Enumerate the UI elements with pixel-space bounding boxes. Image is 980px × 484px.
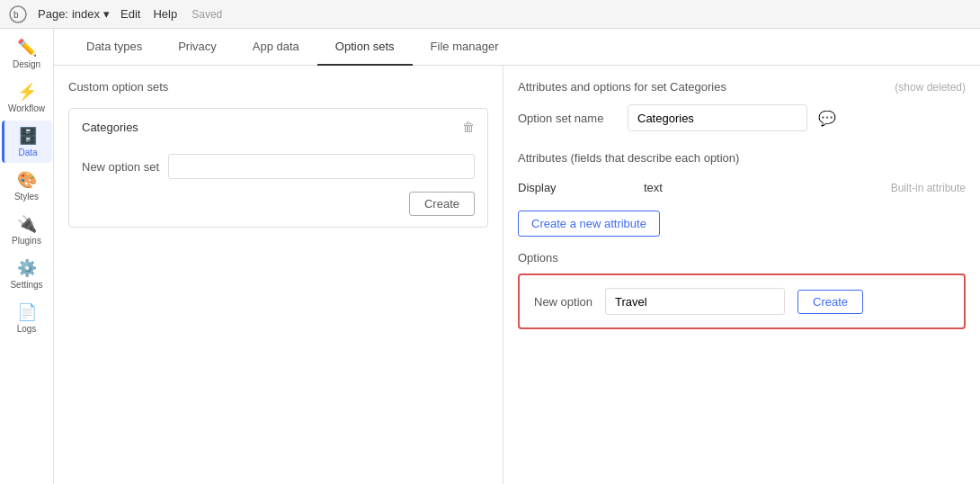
show-deleted-link[interactable]: (show deleted) — [895, 81, 966, 94]
sidebar-item-data[interactable]: 🗄️ Data — [2, 121, 52, 163]
sidebar-label-plugins: Plugins — [12, 236, 41, 246]
workflow-icon: ⚡ — [17, 82, 37, 102]
saved-status: Saved — [192, 8, 222, 21]
dropdown-arrow-icon[interactable]: ▾ — [103, 7, 110, 21]
new-option-label: New option — [534, 295, 592, 309]
attribute-display-type: text — [644, 181, 663, 194]
right-panel-title: Attributes and options for set Categorie… — [518, 80, 726, 94]
create-new-attribute-button[interactable]: Create a new attribute — [518, 211, 660, 237]
create-option-set-button[interactable]: Create — [409, 192, 475, 216]
menu-edit[interactable]: Edit — [120, 7, 140, 21]
sidebar-item-plugins[interactable]: 🔌 Plugins — [2, 209, 52, 251]
attribute-display-name: Display — [518, 181, 626, 194]
design-icon: ✏️ — [17, 38, 37, 58]
sidebar-item-styles[interactable]: 🎨 Styles — [2, 165, 52, 207]
sidebar-label-logs: Logs — [17, 324, 37, 334]
styles-icon: 🎨 — [17, 170, 37, 190]
content-area: Data types Privacy App data Option sets … — [54, 29, 980, 484]
option-set-name-row: Option set name 💬 — [518, 104, 966, 131]
new-option-set-label: New option set — [82, 160, 159, 174]
new-option-box: New option Create — [518, 273, 966, 329]
tab-data-types[interactable]: Data types — [68, 29, 160, 66]
sidebar-item-design[interactable]: ✏️ Design — [2, 32, 52, 75]
trash-icon[interactable]: 🗑 — [462, 120, 475, 134]
main-layout: ✏️ Design ⚡ Workflow 🗄️ Data 🎨 Styles 🔌 … — [0, 29, 980, 484]
tab-app-data[interactable]: App data — [235, 29, 317, 66]
tab-bar: Data types Privacy App data Option sets … — [54, 29, 980, 66]
tab-option-sets[interactable]: Option sets — [317, 29, 413, 66]
new-option-set-row: New option set — [82, 148, 475, 184]
content-body: Custom option sets Categories 🗑 New opti… — [54, 66, 980, 484]
plugins-icon: 🔌 — [17, 214, 37, 234]
left-panel: Custom option sets Categories 🗑 New opti… — [54, 66, 503, 484]
new-option-set-input[interactable] — [168, 154, 475, 179]
top-bar: b Page: index ▾ Edit Help Saved — [0, 0, 980, 29]
top-menu: Edit Help — [120, 7, 177, 21]
sidebar-item-workflow[interactable]: ⚡ Workflow — [2, 76, 52, 119]
sidebar-label-styles: Styles — [14, 192, 39, 202]
options-section: Options New option Create — [518, 251, 966, 329]
option-set-name-input[interactable] — [628, 104, 807, 131]
menu-help[interactable]: Help — [153, 7, 177, 21]
custom-option-sets-title: Custom option sets — [68, 80, 488, 94]
logs-icon: 📄 — [17, 302, 37, 322]
data-icon: 🗄️ — [18, 126, 38, 146]
app-logo: b — [9, 5, 27, 23]
sidebar-label-workflow: Workflow — [8, 103, 45, 113]
create-option-button[interactable]: Create — [797, 290, 863, 314]
page-value: index — [72, 7, 100, 21]
attribute-row: Display text Built-in attribute — [518, 175, 966, 200]
right-panel-header: Attributes and options for set Categorie… — [518, 80, 966, 94]
attributes-section-label: Attributes (fields that describe each op… — [518, 151, 966, 165]
create-btn-container: Create — [82, 192, 475, 216]
sidebar-label-data: Data — [18, 148, 37, 157]
sidebar-item-logs[interactable]: 📄 Logs — [2, 297, 52, 339]
right-panel: Attributes and options for set Categorie… — [503, 66, 980, 484]
page-label: Page: — [38, 7, 68, 21]
option-set-name-label: Option set name — [518, 112, 617, 125]
sidebar-label-settings: Settings — [10, 280, 42, 290]
settings-icon: ⚙️ — [17, 258, 37, 278]
svg-text:b: b — [13, 10, 19, 20]
comment-icon[interactable]: 💬 — [818, 110, 836, 127]
options-title: Options — [518, 251, 966, 264]
sidebar-item-settings[interactable]: ⚙️ Settings — [2, 253, 52, 295]
attribute-builtin-label: Built-in attribute — [891, 182, 966, 194]
new-option-input[interactable] — [605, 288, 785, 315]
option-set-header: Categories 🗑 — [82, 120, 475, 134]
page-selector[interactable]: Page: index ▾ — [38, 7, 110, 21]
sidebar-label-design: Design — [13, 59, 40, 69]
tab-file-manager[interactable]: File manager — [413, 29, 517, 66]
option-set-name: Categories — [82, 121, 138, 134]
option-set-card: Categories 🗑 New option set Create — [68, 108, 488, 228]
sidebar: ✏️ Design ⚡ Workflow 🗄️ Data 🎨 Styles 🔌 … — [0, 29, 54, 484]
tab-privacy[interactable]: Privacy — [160, 29, 235, 66]
